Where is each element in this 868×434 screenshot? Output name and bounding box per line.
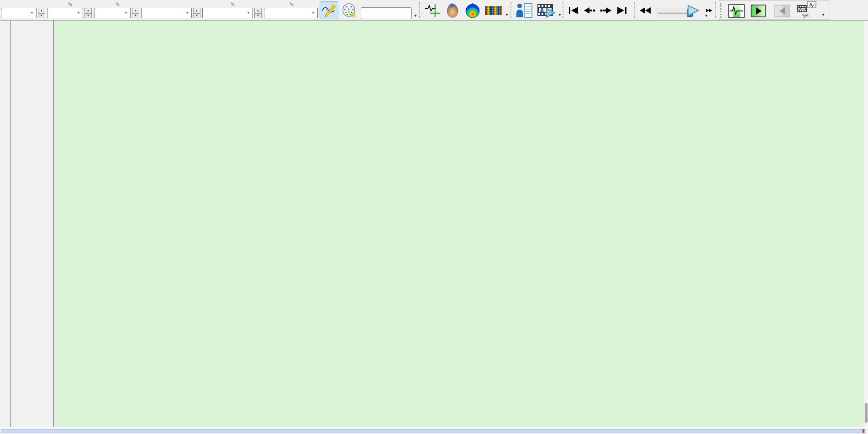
edit-pencil-icon[interactable]: ✎ — [68, 2, 73, 7]
head-3d-button[interactable] — [443, 1, 462, 19]
sensitivity-select[interactable]: ▼ — [1, 8, 37, 18]
video-cut-button[interactable]: ✂ — [795, 1, 819, 19]
favorite-select[interactable]: ▼ — [264, 8, 318, 18]
play-icon — [686, 5, 700, 16]
date-label — [361, 0, 412, 7]
step-back-icon — [583, 7, 596, 14]
rewind-button[interactable] — [637, 1, 654, 19]
electrode-map-icon: ⚙ — [341, 3, 358, 18]
annotate-trace-button[interactable] — [423, 1, 442, 19]
chevron-down-icon: ▼ — [30, 11, 34, 15]
timeline-position-marker — [863, 429, 864, 433]
toolbar-separator — [715, 2, 716, 18]
pattern-group: ▼ ▲▼ — [141, 1, 200, 18]
sensitivity-group: ▼ ▲▼ — [1, 1, 45, 18]
maps-dropdown-arrow[interactable]: ▼ — [505, 13, 509, 17]
channel-sidebar — [0, 21, 54, 427]
chevron-down-icon: ▼ — [124, 11, 128, 15]
step-forward-icon — [600, 7, 612, 14]
display-length-select[interactable]: ▼ — [202, 8, 253, 18]
video-clip-icon — [537, 3, 556, 18]
review-toolbar-panel: ✂ ▼ — [718, 0, 830, 20]
video-cut-icon: ✂ — [796, 0, 818, 20]
play-reverse-gray-icon — [774, 4, 790, 18]
goto-start-button[interactable] — [566, 1, 581, 19]
montage-map-button[interactable]: ⚙ — [340, 1, 359, 19]
gear-icon: ⚙ — [350, 11, 356, 18]
display-length-group: ✎ ▼ ▲▼ — [202, 1, 262, 18]
display-length-down-button[interactable]: ▼ — [254, 13, 262, 19]
pattern-down-button[interactable]: ▼ — [193, 13, 200, 19]
chevron-down-icon: ▼ — [185, 11, 189, 15]
play-green-icon — [750, 4, 767, 18]
chevron-down-icon: ▼ — [77, 11, 80, 15]
play-forward-review-button[interactable] — [748, 2, 768, 20]
step-forward-button[interactable] — [598, 1, 614, 19]
toolbar-separator — [563, 2, 563, 18]
tc-select[interactable]: ▼ — [47, 8, 83, 18]
time-dropdown-arrow[interactable]: ▼ — [414, 14, 417, 18]
toolbar-separator — [634, 2, 635, 18]
patient-info-button[interactable] — [514, 1, 534, 19]
review-screen-icon — [728, 4, 745, 18]
sensitivity-up-button[interactable]: ▲ — [38, 8, 45, 13]
toolbar-gripper[interactable] — [720, 3, 721, 18]
topo-map-button[interactable] — [463, 1, 482, 19]
edit-pencil-icon[interactable]: ✎ — [116, 2, 120, 7]
video-dropdown-arrow[interactable]: ▼ — [558, 13, 562, 17]
toolbar-separator — [510, 2, 511, 18]
vertical-scrollbar[interactable] — [864, 21, 868, 427]
hf-select[interactable]: ▼ — [95, 8, 131, 18]
datetime-display — [361, 0, 412, 19]
step-back-button[interactable] — [582, 1, 597, 19]
toolbar-separator — [419, 2, 420, 18]
spectrogram-button[interactable] — [483, 1, 504, 19]
review-mode-button[interactable] — [726, 2, 747, 20]
hf-down-button[interactable]: ▼ — [132, 13, 139, 19]
edit-pencil-icon[interactable]: ✎ — [289, 2, 294, 7]
chevron-down-icon: ▼ — [247, 11, 250, 15]
head-3d-icon — [445, 2, 460, 19]
tc-up-button[interactable]: ▲ — [84, 8, 92, 13]
timeline-bar[interactable] — [1, 429, 865, 433]
main-toolbar: ▼ ▲▼ ✎ ▼ ▲▼ ✎ ▼ ▲▼ ▼ ▲▼ ✎ ▼ ▲▼ ✎ ▼ — [0, 0, 868, 21]
vertical-scrollbar-thumb[interactable] — [865, 403, 868, 423]
pattern-up-button[interactable]: ▲ — [193, 8, 200, 13]
play-dropdown-arrow[interactable]: ▼ — [705, 14, 708, 18]
topo-map-icon — [464, 2, 481, 19]
goto-end-icon — [616, 6, 627, 15]
pattern-select[interactable]: ▼ — [141, 8, 192, 18]
goto-end-button[interactable] — [615, 1, 629, 19]
favorite-group: ✎ ▼ — [264, 1, 318, 18]
video-button[interactable] — [535, 1, 557, 19]
sensitivity-down-button[interactable]: ▼ — [38, 13, 45, 19]
play-reverse-review-button-disabled — [772, 2, 792, 20]
cut-dropdown-arrow[interactable]: ▼ — [821, 13, 825, 17]
hf-group: ✎ ▼ ▲▼ — [95, 1, 139, 18]
tc-down-button[interactable]: ▼ — [84, 13, 92, 19]
notch-filter-button[interactable] — [320, 1, 338, 19]
rewind-icon — [639, 6, 652, 15]
scissors-icon: ✂ — [801, 10, 811, 19]
eeg-plot — [54, 21, 864, 427]
patient-info-icon — [516, 3, 533, 18]
goto-start-icon — [568, 6, 579, 15]
notch-sine-icon — [321, 3, 337, 18]
sidebar-divider — [10, 21, 11, 427]
timeline-scrollbar[interactable] — [0, 428, 868, 434]
chevron-down-icon: ▼ — [311, 11, 315, 15]
time-display[interactable] — [361, 7, 412, 19]
play-button[interactable] — [683, 1, 703, 19]
tc-group: ✎ ▼ ▲▼ — [47, 1, 92, 18]
edit-pencil-icon[interactable]: ✎ — [231, 2, 235, 7]
spectrogram-icon — [485, 6, 502, 15]
hf-up-button[interactable]: ▲ — [132, 8, 139, 13]
trace-cursor-icon — [424, 3, 441, 18]
display-length-up-button[interactable]: ▲ — [254, 8, 262, 13]
eeg-trace-canvas[interactable] — [54, 21, 864, 427]
